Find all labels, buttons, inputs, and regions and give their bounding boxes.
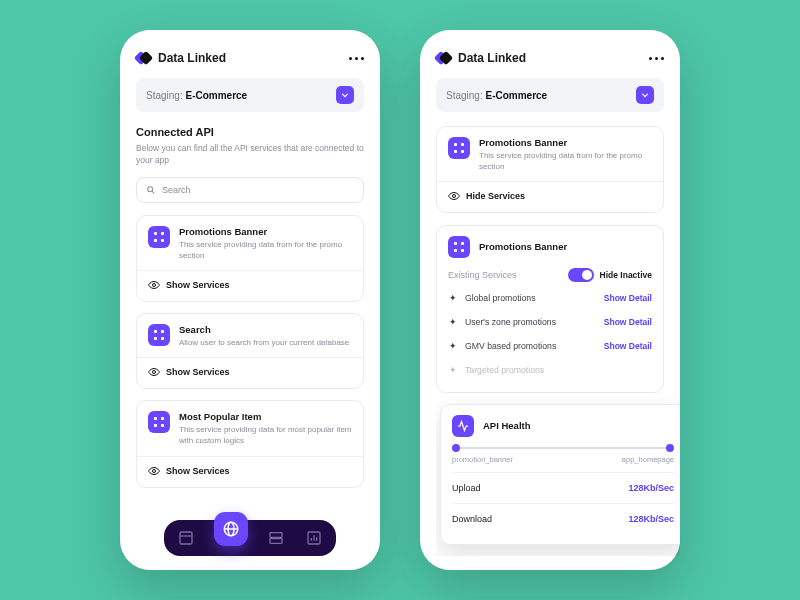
logo-icon <box>436 50 452 66</box>
brand: Data Linked <box>136 50 226 66</box>
svg-rect-11 <box>270 539 282 544</box>
hide-inactive-toggle[interactable]: Hide Inactive <box>568 268 652 282</box>
endpoint-dot-icon <box>666 444 674 452</box>
show-services-button[interactable]: Show Services <box>148 465 352 477</box>
svg-line-1 <box>152 191 154 193</box>
stat-value: 128Kb/Sec <box>628 483 674 493</box>
svg-point-3 <box>153 371 156 374</box>
api-card-desc: This service providing data from for the… <box>479 150 652 172</box>
phone-connected-api: Data Linked Staging: E-Commerce Connecte… <box>120 30 380 570</box>
endpoint-a-label: promotion_banner <box>452 455 513 464</box>
api-card[interactable]: Promotions Banner This service providing… <box>136 215 364 302</box>
grid-icon <box>148 226 170 248</box>
services-panel-title: Promotions Banner <box>479 241 567 252</box>
svg-rect-10 <box>270 533 282 538</box>
api-card-desc: This service providing data from for the… <box>179 239 352 261</box>
brand-name: Data Linked <box>458 51 526 65</box>
sparkle-icon: ✦ <box>448 317 458 327</box>
api-card-desc: This service providing data for most pop… <box>179 424 352 446</box>
show-detail-link[interactable]: Show Detail <box>604 293 652 303</box>
endpoint-dot-icon <box>452 444 460 452</box>
svg-point-4 <box>153 469 156 472</box>
sparkle-icon: ✦ <box>448 341 458 351</box>
show-detail-link[interactable]: Show Detail <box>604 317 652 327</box>
nav-analytics-icon[interactable] <box>304 528 324 548</box>
stat-value: 128Kb/Sec <box>628 514 674 524</box>
health-track <box>452 447 674 449</box>
existing-services-label: Existing Services <box>448 270 517 280</box>
chevron-down-icon[interactable] <box>336 86 354 104</box>
header: Data Linked <box>136 50 364 66</box>
api-health-panel: API Health promotion_banner app_homepage… <box>440 404 680 545</box>
endpoint-b-label: app_homepage <box>622 455 674 464</box>
nav-dashboard-icon[interactable] <box>176 528 196 548</box>
bottom-nav <box>164 520 336 556</box>
chevron-down-icon[interactable] <box>636 86 654 104</box>
search-icon <box>146 185 156 195</box>
show-services-button[interactable]: Show Services <box>148 279 352 291</box>
api-card-title: Promotions Banner <box>479 137 652 148</box>
show-detail-link[interactable]: Show Detail <box>604 341 652 351</box>
section-desc: Below you can find all the API services … <box>136 142 364 167</box>
brand-name: Data Linked <box>158 51 226 65</box>
sparkle-icon: ✦ <box>448 365 458 375</box>
api-card[interactable]: Most Popular Item This service providing… <box>136 400 364 487</box>
api-card-title: Most Popular Item <box>179 411 352 422</box>
service-row-disabled: ✦Targeted promotions <box>448 358 652 382</box>
sparkle-icon: ✦ <box>448 293 458 303</box>
svg-point-16 <box>453 195 456 198</box>
service-row[interactable]: ✦User's zone promotions Show Detail <box>448 310 652 334</box>
staging-label: Staging: E-Commerce <box>146 90 247 101</box>
staging-label: Staging: E-Commerce <box>446 90 547 101</box>
logo-icon <box>136 50 152 66</box>
grid-icon <box>448 137 470 159</box>
eye-icon <box>448 190 460 202</box>
nav-globe-icon[interactable] <box>214 512 248 546</box>
more-icon[interactable] <box>649 57 664 60</box>
header: Data Linked <box>436 50 664 66</box>
api-card-title: Search <box>179 324 349 335</box>
service-row[interactable]: ✦GMV based promotions Show Detail <box>448 334 652 358</box>
nav-server-icon[interactable] <box>266 528 286 548</box>
svg-rect-5 <box>180 532 192 544</box>
brand: Data Linked <box>436 50 526 66</box>
staging-selector[interactable]: Staging: E-Commerce <box>136 78 364 112</box>
activity-icon <box>452 415 474 437</box>
grid-icon <box>448 236 470 258</box>
api-card-desc: Allow user to search from your current d… <box>179 337 349 348</box>
stat-row: Download 128Kb/Sec <box>452 503 674 534</box>
section-title: Connected API <box>136 126 364 138</box>
search-input[interactable]: Search <box>136 177 364 203</box>
hide-services-button[interactable]: Hide Services <box>448 190 652 202</box>
grid-icon <box>148 411 170 433</box>
api-card[interactable]: Search Allow user to search from your cu… <box>136 313 364 389</box>
api-card-expanded[interactable]: Promotions Banner This service providing… <box>436 126 664 213</box>
svg-point-0 <box>148 186 153 191</box>
api-health-title: API Health <box>483 420 531 431</box>
staging-selector[interactable]: Staging: E-Commerce <box>436 78 664 112</box>
more-icon[interactable] <box>349 57 364 60</box>
eye-icon <box>148 279 160 291</box>
detail-scroll: Promotions Banner This service providing… <box>436 126 680 556</box>
phone-service-detail: Data Linked Staging: E-Commerce Promotio… <box>420 30 680 570</box>
stat-row: Upload 128Kb/Sec <box>452 472 674 503</box>
show-services-button[interactable]: Show Services <box>148 366 352 378</box>
api-card-list: Promotions Banner This service providing… <box>136 215 364 499</box>
service-row[interactable]: ✦Global promotions Show Detail <box>448 286 652 310</box>
search-placeholder: Search <box>162 185 191 195</box>
eye-icon <box>148 366 160 378</box>
api-card-title: Promotions Banner <box>179 226 352 237</box>
switch-icon[interactable] <box>568 268 594 282</box>
svg-point-2 <box>153 284 156 287</box>
grid-icon <box>148 324 170 346</box>
services-panel: Promotions Banner Existing Services Hide… <box>436 225 664 393</box>
eye-icon <box>148 465 160 477</box>
